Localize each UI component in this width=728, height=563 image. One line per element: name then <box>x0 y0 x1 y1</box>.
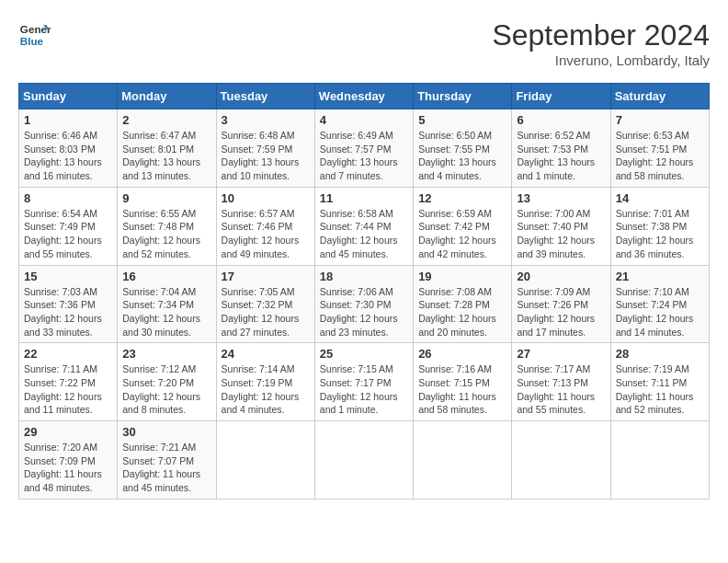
day-info: Sunrise: 6:47 AM Sunset: 8:01 PM Dayligh… <box>122 129 210 183</box>
calendar-cell: 8Sunrise: 6:54 AM Sunset: 7:49 PM Daylig… <box>19 187 118 265</box>
day-info: Sunrise: 6:49 AM Sunset: 7:57 PM Dayligh… <box>320 129 408 183</box>
day-number: 7 <box>616 113 704 127</box>
day-number: 11 <box>320 191 408 205</box>
calendar-week-2: 8Sunrise: 6:54 AM Sunset: 7:49 PM Daylig… <box>19 187 710 265</box>
day-number: 27 <box>517 347 605 361</box>
column-header-friday: Friday <box>512 84 610 109</box>
calendar-cell: 22Sunrise: 7:11 AM Sunset: 7:22 PM Dayli… <box>19 343 118 421</box>
day-info: Sunrise: 7:04 AM Sunset: 7:34 PM Dayligh… <box>122 285 210 339</box>
day-number: 16 <box>122 270 210 283</box>
day-number: 17 <box>222 270 310 283</box>
day-info: Sunrise: 7:08 AM Sunset: 7:28 PM Dayligh… <box>418 285 506 339</box>
day-number: 29 <box>24 425 112 439</box>
calendar-cell: 27Sunrise: 7:17 AM Sunset: 7:13 PM Dayli… <box>512 343 610 421</box>
calendar-cell: 19Sunrise: 7:08 AM Sunset: 7:28 PM Dayli… <box>414 265 512 343</box>
day-number: 24 <box>222 347 310 361</box>
day-number: 23 <box>122 347 210 361</box>
calendar-cell: 13Sunrise: 7:00 AM Sunset: 7:40 PM Dayli… <box>512 187 610 265</box>
calendar-cell: 7Sunrise: 6:53 AM Sunset: 7:51 PM Daylig… <box>610 109 709 188</box>
day-info: Sunrise: 7:10 AM Sunset: 7:24 PM Dayligh… <box>616 285 704 339</box>
day-number: 25 <box>320 347 408 361</box>
calendar-week-1: 1Sunrise: 6:46 AM Sunset: 8:03 PM Daylig… <box>19 109 710 188</box>
day-info: Sunrise: 7:09 AM Sunset: 7:26 PM Dayligh… <box>517 285 605 339</box>
day-info: Sunrise: 7:16 AM Sunset: 7:15 PM Dayligh… <box>418 362 506 417</box>
day-number: 18 <box>320 270 408 283</box>
calendar-cell <box>414 421 512 500</box>
day-info: Sunrise: 6:50 AM Sunset: 7:55 PM Dayligh… <box>418 129 506 183</box>
day-info: Sunrise: 7:17 AM Sunset: 7:13 PM Dayligh… <box>517 362 605 417</box>
calendar-cell: 10Sunrise: 6:57 AM Sunset: 7:46 PM Dayli… <box>216 187 314 265</box>
calendar-cell <box>314 421 413 500</box>
day-number: 1 <box>24 113 112 127</box>
day-number: 22 <box>24 347 112 361</box>
day-number: 5 <box>418 113 506 127</box>
day-number: 2 <box>122 113 210 127</box>
calendar-week-5: 29Sunrise: 7:20 AM Sunset: 7:09 PM Dayli… <box>19 421 710 500</box>
day-number: 14 <box>616 191 704 205</box>
day-info: Sunrise: 7:06 AM Sunset: 7:30 PM Dayligh… <box>320 285 408 339</box>
calendar-cell: 15Sunrise: 7:03 AM Sunset: 7:36 PM Dayli… <box>19 265 118 343</box>
day-number: 9 <box>122 191 210 205</box>
day-info: Sunrise: 6:48 AM Sunset: 7:59 PM Dayligh… <box>222 129 310 183</box>
svg-text:General: General <box>20 23 51 35</box>
column-header-sunday: Sunday <box>19 84 118 109</box>
day-number: 26 <box>418 347 506 361</box>
calendar-cell: 30Sunrise: 7:21 AM Sunset: 7:07 PM Dayli… <box>118 421 216 500</box>
calendar-cell <box>512 421 610 500</box>
calendar-week-3: 15Sunrise: 7:03 AM Sunset: 7:36 PM Dayli… <box>19 265 710 343</box>
calendar-cell <box>216 421 314 500</box>
day-number: 3 <box>222 113 310 127</box>
column-header-saturday: Saturday <box>610 84 709 109</box>
calendar-cell: 20Sunrise: 7:09 AM Sunset: 7:26 PM Dayli… <box>512 265 610 343</box>
day-number: 6 <box>517 113 605 127</box>
svg-text:Blue: Blue <box>20 35 44 47</box>
title-section: September 2024 Inveruno, Lombardy, Italy <box>492 18 710 68</box>
calendar-cell: 2Sunrise: 6:47 AM Sunset: 8:01 PM Daylig… <box>118 109 216 188</box>
calendar-title: September 2024 <box>492 18 710 52</box>
day-number: 20 <box>517 270 605 283</box>
calendar-cell: 25Sunrise: 7:15 AM Sunset: 7:17 PM Dayli… <box>314 343 413 421</box>
calendar-week-4: 22Sunrise: 7:11 AM Sunset: 7:22 PM Dayli… <box>19 343 710 421</box>
day-number: 10 <box>222 191 310 205</box>
day-number: 30 <box>122 425 210 439</box>
calendar-cell: 6Sunrise: 6:52 AM Sunset: 7:53 PM Daylig… <box>512 109 610 188</box>
column-header-monday: Monday <box>118 84 216 109</box>
day-info: Sunrise: 6:54 AM Sunset: 7:49 PM Dayligh… <box>24 207 112 261</box>
day-info: Sunrise: 7:12 AM Sunset: 7:20 PM Dayligh… <box>122 362 210 417</box>
day-number: 4 <box>320 113 408 127</box>
calendar-cell: 9Sunrise: 6:55 AM Sunset: 7:48 PM Daylig… <box>118 187 216 265</box>
day-info: Sunrise: 7:05 AM Sunset: 7:32 PM Dayligh… <box>222 285 310 339</box>
day-number: 19 <box>418 270 506 283</box>
column-header-tuesday: Tuesday <box>216 84 314 109</box>
day-info: Sunrise: 7:21 AM Sunset: 7:07 PM Dayligh… <box>122 441 210 495</box>
day-number: 12 <box>418 191 506 205</box>
day-info: Sunrise: 6:55 AM Sunset: 7:48 PM Dayligh… <box>122 207 210 261</box>
calendar-cell: 26Sunrise: 7:16 AM Sunset: 7:15 PM Dayli… <box>414 343 512 421</box>
calendar-cell: 23Sunrise: 7:12 AM Sunset: 7:20 PM Dayli… <box>118 343 216 421</box>
day-info: Sunrise: 6:57 AM Sunset: 7:46 PM Dayligh… <box>222 207 310 261</box>
page-header: General Blue September 2024 Inveruno, Lo… <box>18 18 710 68</box>
column-header-thursday: Thursday <box>414 84 512 109</box>
calendar-cell: 28Sunrise: 7:19 AM Sunset: 7:11 PM Dayli… <box>610 343 709 421</box>
day-number: 28 <box>616 347 704 361</box>
day-info: Sunrise: 6:52 AM Sunset: 7:53 PM Dayligh… <box>517 129 605 183</box>
day-info: Sunrise: 7:15 AM Sunset: 7:17 PM Dayligh… <box>320 362 408 417</box>
day-number: 15 <box>24 270 112 283</box>
calendar-header-row: SundayMondayTuesdayWednesdayThursdayFrid… <box>19 84 710 109</box>
calendar-cell: 11Sunrise: 6:58 AM Sunset: 7:44 PM Dayli… <box>314 187 413 265</box>
day-info: Sunrise: 7:01 AM Sunset: 7:38 PM Dayligh… <box>616 207 704 261</box>
day-number: 8 <box>24 191 112 205</box>
calendar-table: SundayMondayTuesdayWednesdayThursdayFrid… <box>18 83 710 500</box>
calendar-cell: 12Sunrise: 6:59 AM Sunset: 7:42 PM Dayli… <box>414 187 512 265</box>
calendar-cell <box>610 421 709 500</box>
day-info: Sunrise: 6:46 AM Sunset: 8:03 PM Dayligh… <box>24 129 112 183</box>
calendar-cell: 14Sunrise: 7:01 AM Sunset: 7:38 PM Dayli… <box>610 187 709 265</box>
day-info: Sunrise: 6:59 AM Sunset: 7:42 PM Dayligh… <box>418 207 506 261</box>
calendar-subtitle: Inveruno, Lombardy, Italy <box>492 52 710 68</box>
day-info: Sunrise: 7:03 AM Sunset: 7:36 PM Dayligh… <box>24 285 112 339</box>
column-header-wednesday: Wednesday <box>314 84 413 109</box>
day-info: Sunrise: 7:20 AM Sunset: 7:09 PM Dayligh… <box>24 441 112 495</box>
day-number: 21 <box>616 270 704 283</box>
calendar-cell: 16Sunrise: 7:04 AM Sunset: 7:34 PM Dayli… <box>118 265 216 343</box>
day-info: Sunrise: 7:11 AM Sunset: 7:22 PM Dayligh… <box>24 362 112 417</box>
